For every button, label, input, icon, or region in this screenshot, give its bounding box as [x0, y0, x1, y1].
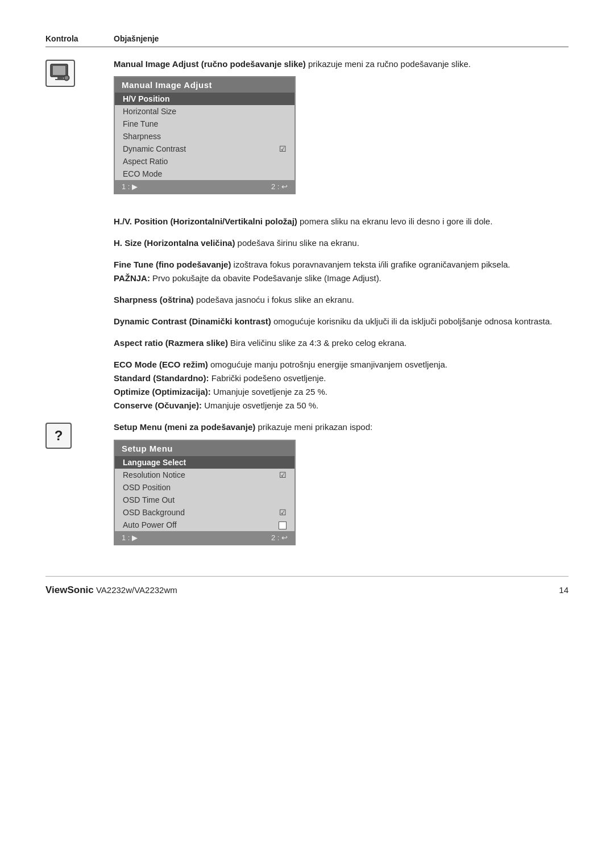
fine-tune-warning-rest: Prvo pokušajte da obavite Podešavanje sl…: [150, 273, 381, 283]
section1-icon-area: [45, 57, 114, 87]
section1-intro-bold: Manual Image Adjust (ručno podešavanje s…: [114, 59, 306, 69]
section1-content: Manual Image Adjust (ručno podešavanje s…: [114, 57, 569, 202]
optimize-rest: Umanjuje sovetljenje za 25 %.: [211, 387, 327, 397]
paragraph-sharpness: Sharpness (oštrina) podešava jasnoću i f…: [114, 293, 569, 307]
section2-icon-area: ?: [45, 420, 114, 449]
menu-item-auto-power-off[interactable]: Auto Power Off: [115, 519, 294, 531]
setup-menu-icon: ?: [45, 423, 72, 449]
standard-rest: Fabrički podešeno osvetljenje.: [209, 373, 326, 383]
fine-tune-warning-bold: PAŽNJA:: [114, 273, 150, 283]
svg-rect-1: [53, 66, 65, 75]
section2-content: Setup Menu (meni za podešavanje) prikazu…: [114, 420, 569, 553]
menu-footer-right-1: 2 : ↩: [271, 182, 288, 191]
menu-item-osd-time-out[interactable]: OSD Time Out: [115, 494, 294, 506]
hv-position-bold: H./V. Position (Horizontalni/Vertikalni …: [114, 216, 297, 226]
dynamic-contrast-bold: Dynamic Contrast (Dinamički kontrast): [114, 316, 271, 326]
menu-footer-1: 1 : ▶ 2 : ↩: [115, 180, 294, 193]
monitor-svg: [49, 63, 71, 84]
menu-item-eco-mode[interactable]: ECO Mode: [115, 168, 294, 180]
fine-tune-bold: Fine Tune (fino podešavanje): [114, 260, 231, 269]
header-objasnjenje: Objašnjenje: [114, 34, 159, 43]
manual-image-adjust-icon: [45, 60, 75, 87]
paragraph-dynamic-contrast: Dynamic Contrast (Dinamički kontrast) om…: [114, 315, 569, 328]
paragraph-hv-position: H./V. Position (Horizontalni/Vertikalni …: [114, 215, 569, 228]
brand-model: ViewSonic VA2232w/VA2232wm: [45, 585, 177, 596]
menu-item-fine-tune[interactable]: Fine Tune: [115, 118, 294, 130]
page-number: 14: [559, 585, 569, 595]
aspect-ratio-bold: Aspect ratio (Razmera slike): [114, 338, 228, 348]
setup-menu-section: ? Setup Menu (meni za podešavanje) prika…: [45, 420, 569, 553]
menu-item-osd-background[interactable]: OSD Background ☑: [115, 506, 294, 519]
menu-footer-left-1: 1 : ▶: [122, 182, 138, 191]
optimize-bold: Optimize (Optimizacija):: [114, 387, 211, 397]
header-kontrola: Kontrola: [45, 34, 114, 43]
conserve-rest: Umanjuje osvetljenje za 50 %.: [202, 400, 318, 410]
eco-mode-rest: omogućuje manju potrošnju energije smanj…: [208, 360, 447, 369]
section1-intro-rest: prikazuje meni za ručno podešavanje slik…: [306, 59, 471, 69]
section2-intro-rest: prikazuje meni prikazan ispod:: [255, 422, 372, 432]
section1-intro: Manual Image Adjust (ručno podešavanje s…: [114, 57, 569, 70]
page-footer: ViewSonic VA2232w/VA2232wm 14: [45, 576, 569, 596]
menu-title-manual: Manual Image Adjust: [115, 77, 294, 93]
section2-intro: Setup Menu (meni za podešavanje) prikazu…: [114, 420, 569, 433]
standard-bold: Standard (Standardno):: [114, 373, 209, 383]
h-size-rest: podešava širinu slike na ekranu.: [235, 238, 359, 248]
dynamic-contrast-check: ☑: [279, 144, 287, 153]
brand-name: ViewSonic: [45, 585, 94, 595]
menu-footer-right-2: 2 : ↩: [271, 533, 288, 542]
svg-rect-2: [57, 77, 63, 79]
menu-item-dynamic-contrast[interactable]: Dynamic Contrast ☑: [115, 143, 294, 155]
menu-footer-2: 1 : ▶ 2 : ↩: [115, 531, 294, 544]
model-name: VA2232w/VA2232wm: [94, 585, 177, 595]
paragraph-aspect-ratio: Aspect ratio (Razmera slike) Bira veliči…: [114, 336, 569, 350]
resolution-notice-check: ☑: [279, 470, 287, 479]
menu-item-aspect-ratio[interactable]: Aspect Ratio: [115, 155, 294, 168]
paragraph-fine-tune: Fine Tune (fino podešavanje) izoštrava f…: [114, 258, 569, 285]
h-size-bold: H. Size (Horizontalna veličina): [114, 238, 235, 248]
menu-item-language-select[interactable]: Language Select: [115, 456, 294, 469]
menu-footer-left-2: 1 : ▶: [122, 533, 138, 542]
aspect-ratio-rest: Bira veličinu slike za 4:3 & preko celog…: [228, 338, 406, 348]
hv-position-rest: pomera sliku na ekranu levo ili desno i …: [297, 216, 493, 226]
menu-item-hv-position[interactable]: H/V Position: [115, 93, 294, 105]
sharpness-rest: podešava jasnoću i fokus slike an ekranu…: [194, 295, 354, 304]
body-text-area: H./V. Position (Horizontalni/Vertikalni …: [114, 215, 569, 412]
dynamic-contrast-rest: omogućuje korisniku da uključi ili da is…: [271, 316, 552, 326]
conserve-bold: Conserve (Očuvanje):: [114, 400, 202, 410]
menu-item-osd-position[interactable]: OSD Position: [115, 481, 294, 494]
svg-point-5: [65, 76, 68, 80]
osd-background-check: ☑: [279, 508, 287, 517]
manual-image-adjust-section: Manual Image Adjust (ručno podešavanje s…: [45, 57, 569, 202]
setup-menu-box: Setup Menu Language Select Resolution No…: [114, 440, 296, 545]
menu-item-resolution-notice[interactable]: Resolution Notice ☑: [115, 469, 294, 481]
section2-intro-bold: Setup Menu (meni za podešavanje): [114, 422, 255, 432]
menu-item-sharpness[interactable]: Sharpness: [115, 130, 294, 143]
fine-tune-rest: izoštrava fokus poravnavanjem teksta i/i…: [231, 260, 510, 269]
menu-item-horizontal-size[interactable]: Horizontal Size: [115, 105, 294, 118]
paragraph-eco-mode: ECO Mode (ECO režim) omogućuje manju pot…: [114, 358, 569, 412]
table-header: Kontrola Objašnjenje: [45, 34, 569, 47]
manual-image-adjust-menu: Manual Image Adjust H/V Position Horizon…: [114, 76, 296, 194]
auto-power-off-checkbox: [279, 520, 287, 529]
menu-title-setup: Setup Menu: [115, 441, 294, 456]
eco-mode-bold: ECO Mode (ECO režim): [114, 360, 208, 369]
sharpness-bold: Sharpness (oštrina): [114, 295, 194, 304]
paragraph-h-size: H. Size (Horizontalna veličina) podešava…: [114, 236, 569, 250]
